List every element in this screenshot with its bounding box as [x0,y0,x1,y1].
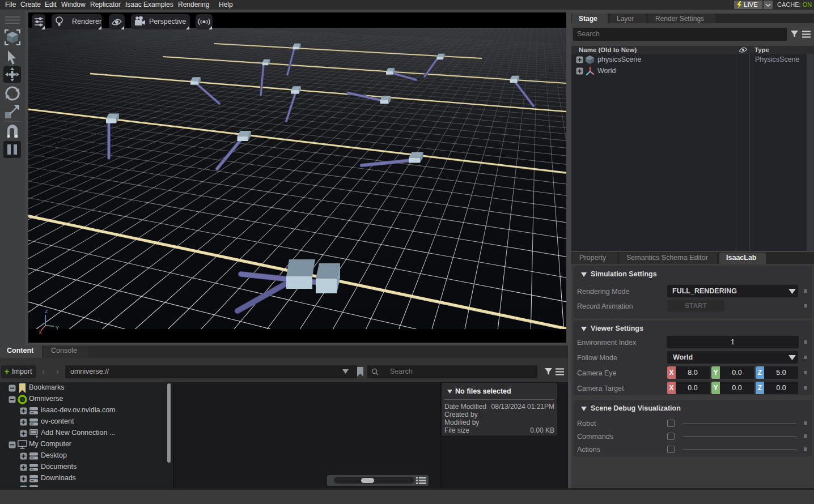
svg-text:Z: Z [45,309,48,314]
svg-text:X: X [39,330,42,335]
svg-text:Y: Y [56,325,59,331]
